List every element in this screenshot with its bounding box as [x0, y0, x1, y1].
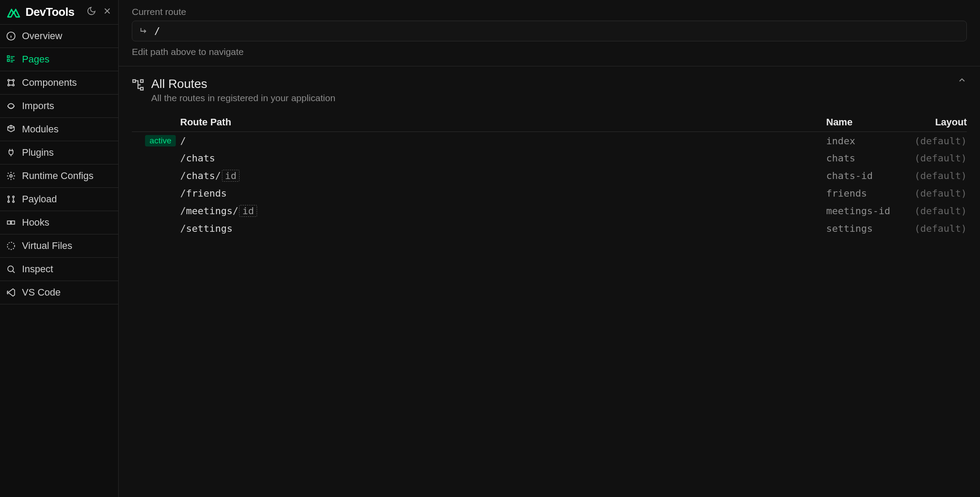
pages-icon: [6, 55, 16, 64]
close-icon[interactable]: [102, 6, 112, 18]
route-layout: (default): [901, 135, 967, 146]
payload-icon: [6, 194, 16, 204]
current-route-input[interactable]: [154, 26, 959, 37]
route-layout: (default): [901, 153, 967, 164]
info-icon: [6, 31, 16, 41]
route-path: /chats: [180, 153, 826, 164]
svg-rect-16: [133, 80, 135, 82]
sidebar-item-virtual-files[interactable]: Virtual Files: [0, 234, 118, 258]
sidebar-item-label: Modules: [22, 124, 58, 135]
sidebar-item-overview[interactable]: Overview: [0, 25, 118, 48]
route-path: /settings: [180, 223, 826, 234]
col-name: Name: [826, 117, 901, 128]
sidebar-item-label: Components: [22, 77, 77, 88]
modules-icon: [6, 124, 16, 134]
sidebar-item-payload[interactable]: Payload: [0, 188, 118, 211]
route-row[interactable]: /meetings/idmeetings-id(default): [132, 202, 967, 220]
col-layout: Layout: [901, 117, 967, 128]
sidebar-item-pages[interactable]: Pages: [0, 48, 118, 71]
sidebar-item-inspect[interactable]: Inspect: [0, 258, 118, 281]
svg-point-11: [13, 201, 15, 203]
virtual-files-icon: [6, 241, 16, 251]
svg-point-5: [8, 84, 10, 86]
route-layout: (default): [901, 170, 967, 181]
sidebar-item-label: Overview: [22, 30, 62, 42]
routes-tree-icon: [132, 79, 144, 91]
configs-icon: [6, 171, 16, 181]
vscode-icon: [6, 288, 16, 297]
svg-rect-17: [141, 80, 143, 82]
route-row[interactable]: /friendsfriends(default): [132, 185, 967, 202]
routes-table-header: Route Path Name Layout: [132, 113, 967, 132]
sidebar-item-label: Plugins: [22, 147, 54, 158]
current-route-label: Current route: [132, 7, 967, 17]
route-row[interactable]: active/index(default): [132, 132, 967, 150]
sidebar-item-label: Hooks: [22, 217, 49, 228]
sidebar-nav: OverviewPagesComponentsImportsModulesPlu…: [0, 25, 118, 304]
sidebar-item-components[interactable]: Components: [0, 71, 118, 95]
theme-toggle-icon[interactable]: [87, 6, 96, 18]
imports-icon: [6, 101, 16, 111]
svg-rect-1: [7, 56, 10, 58]
sidebar-item-modules[interactable]: Modules: [0, 118, 118, 141]
route-row[interactable]: /chatschats(default): [132, 150, 967, 167]
col-route-path: Route Path: [180, 117, 826, 128]
svg-rect-18: [141, 88, 143, 90]
route-name: chats-id: [826, 170, 901, 181]
current-route-input-wrapper[interactable]: [132, 21, 967, 41]
svg-point-15: [8, 266, 14, 272]
route-name: index: [826, 135, 901, 146]
route-name: chats: [826, 153, 901, 164]
sidebar-item-label: Pages: [22, 54, 49, 65]
route-name: friends: [826, 188, 901, 199]
svg-rect-12: [7, 221, 11, 224]
all-routes-section: All Routes All the routes in registered …: [119, 66, 980, 237]
route-name: meetings-id: [826, 205, 901, 216]
hooks-icon: [6, 218, 16, 227]
all-routes-subtitle: All the routes in registered in your app…: [151, 93, 335, 103]
main: Current route Edit path above to navigat…: [119, 0, 980, 497]
nuxt-logo-icon: [5, 6, 22, 19]
chevron-up-icon: [957, 75, 967, 85]
route-path: /chats/id: [180, 170, 826, 182]
route-layout: (default): [901, 223, 967, 234]
sidebar-item-runtime-configs[interactable]: Runtime Configs: [0, 164, 118, 188]
app-logo: DevTools: [5, 5, 74, 19]
route-layout: (default): [901, 205, 967, 216]
svg-point-6: [13, 84, 15, 86]
svg-point-9: [13, 196, 15, 198]
route-param: id: [222, 170, 240, 182]
routes-table-body: active/index(default)/chatschats(default…: [132, 132, 967, 237]
route-param: id: [239, 205, 257, 217]
sidebar-item-label: Inspect: [22, 263, 53, 275]
svg-point-7: [10, 175, 12, 177]
active-badge: active: [145, 135, 176, 146]
plugins-icon: [6, 148, 16, 157]
routes-table: Route Path Name Layout active/index(defa…: [132, 113, 967, 237]
sidebar-item-imports[interactable]: Imports: [0, 95, 118, 118]
sidebar-item-label: Runtime Configs: [22, 170, 94, 182]
svg-rect-13: [11, 221, 15, 224]
enter-arrow-icon: [139, 26, 149, 36]
sidebar-item-hooks[interactable]: Hooks: [0, 211, 118, 234]
svg-point-14: [7, 242, 15, 250]
sidebar-item-label: VS Code: [22, 287, 61, 298]
sidebar-item-label: Virtual Files: [22, 240, 73, 252]
route-row[interactable]: /settingssettings(default): [132, 220, 967, 237]
inspect-icon: [6, 264, 16, 274]
svg-point-3: [8, 80, 10, 81]
sidebar: DevTools OverviewPagesComponentsImportsM…: [0, 0, 119, 497]
app-title: DevTools: [25, 5, 74, 19]
route-row[interactable]: /chats/idchats-id(default): [132, 167, 967, 185]
all-routes-header: All Routes All the routes in registered …: [119, 66, 980, 111]
current-route-panel: Current route Edit path above to navigat…: [119, 0, 980, 66]
route-path: /: [180, 135, 826, 146]
svg-point-8: [8, 196, 10, 198]
current-route-hint: Edit path above to navigate: [132, 47, 967, 57]
route-name: settings: [826, 223, 901, 234]
svg-point-10: [8, 201, 10, 203]
sidebar-item-plugins[interactable]: Plugins: [0, 141, 118, 164]
sidebar-item-vscode[interactable]: VS Code: [0, 281, 118, 304]
sidebar-header: DevTools: [0, 0, 118, 25]
collapse-toggle[interactable]: [957, 75, 967, 88]
